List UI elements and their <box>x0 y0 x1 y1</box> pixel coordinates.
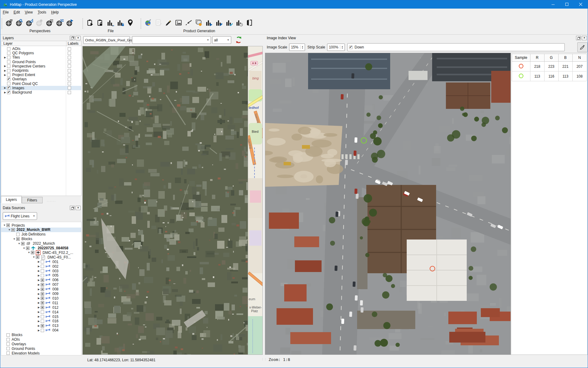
tree-item-010[interactable]: ▶010 <box>1 296 81 301</box>
expander-icon[interactable]: ▼ <box>7 228 11 231</box>
expander-icon[interactable]: ▼ <box>2 224 6 227</box>
tree-checkbox[interactable] <box>41 315 44 318</box>
tree-checkbox[interactable] <box>6 333 10 337</box>
layer-row-overlays[interactable]: Overlays <box>1 77 81 81</box>
expander-icon[interactable]: ▶ <box>3 56 7 59</box>
globe-triangle-button[interactable] <box>25 18 34 28</box>
checklist-button[interactable] <box>154 18 163 28</box>
histogram-clock-button[interactable] <box>235 18 244 28</box>
tree-item-008[interactable]: ▶008 <box>1 287 81 292</box>
tree-checkbox[interactable] <box>21 242 24 245</box>
tree-checkbox[interactable] <box>6 342 10 346</box>
tree-checkbox[interactable] <box>41 288 44 291</box>
expander-icon[interactable]: ▶ <box>37 265 41 268</box>
layer-visibility-checkbox[interactable] <box>7 60 10 63</box>
tree-item-006[interactable]: ▶006 <box>1 278 81 282</box>
tree-checkbox[interactable] <box>6 351 10 355</box>
tree-item-015[interactable]: ▶015 <box>1 314 81 319</box>
product-name-field[interactable]: Ortho_RGBN_Dark_Pixel_Gradient <box>83 36 130 44</box>
scope-dropdown[interactable]: all ▼ <box>212 36 231 44</box>
histogram-check-button[interactable] <box>224 18 234 28</box>
tree-checkbox[interactable] <box>26 247 29 250</box>
histogram-lock-button[interactable] <box>116 18 125 28</box>
tree-item-elevation-models[interactable]: Elevation Models <box>1 351 81 355</box>
layer-visibility-checkbox[interactable] <box>7 52 10 55</box>
expander-icon[interactable]: ▶ <box>37 260 41 263</box>
layer-row-perspective-centers[interactable]: ▶Perspective Centers <box>1 64 81 68</box>
image-scale-spinner[interactable]: 15% ▲▼ <box>289 44 305 51</box>
globe-grid-button[interactable] <box>45 18 54 28</box>
image-index-canvas[interactable] <box>265 53 511 355</box>
tree-checkbox[interactable] <box>41 310 44 314</box>
tree-checkbox[interactable] <box>6 224 10 227</box>
tree-checkbox[interactable] <box>6 338 10 341</box>
tree-item-20220725-084058[interactable]: ▼20220725_084058 <box>1 246 81 251</box>
minimize-button[interactable] <box>546 0 560 9</box>
marker-pen-button[interactable] <box>164 18 173 28</box>
histogram-edit-button[interactable] <box>214 18 224 28</box>
pin-check-button[interactable] <box>126 18 135 28</box>
image-frame-button[interactable] <box>174 18 183 28</box>
menu-item-file[interactable]: File <box>0 9 11 16</box>
tree-item-007[interactable]: ▶007 <box>1 282 81 287</box>
tree-item-011[interactable]: ▶011 <box>1 301 81 305</box>
data-sources-float-button[interactable] <box>70 206 75 210</box>
refresh-button[interactable] <box>234 35 243 44</box>
tree-checkbox[interactable] <box>41 269 44 273</box>
expander-icon[interactable]: ▶ <box>3 69 7 72</box>
globe-lines-button[interactable] <box>5 18 14 28</box>
tab-filters[interactable]: Filters <box>22 197 43 203</box>
tree-item-009[interactable]: ▶009 <box>1 292 81 296</box>
tree-checkbox[interactable] <box>41 301 44 305</box>
tree-item-overlays[interactable]: Overlays <box>1 342 81 346</box>
layer-visibility-checkbox[interactable] <box>7 82 10 85</box>
tree-item-job-definitions[interactable]: Job Definitions <box>1 232 81 237</box>
expander-icon[interactable]: ▼ <box>22 247 26 250</box>
expander-icon[interactable]: ▶ <box>37 270 41 272</box>
expander-icon[interactable]: ▶ <box>37 279 41 282</box>
images-gear-button[interactable] <box>194 18 203 28</box>
menu-item-tools[interactable]: Tools <box>35 9 49 16</box>
tree-item-blocks[interactable]: Blocks <box>1 333 81 337</box>
maximize-button[interactable] <box>560 0 574 9</box>
layer-labels-checkbox[interactable] <box>68 56 71 59</box>
osm-map-strip[interactable]: A 9 bing iedhof Isarring Bied Isarring e… <box>248 46 263 355</box>
tree-item-004[interactable]: ▶004 <box>1 328 81 333</box>
expander-icon[interactable]: ▶ <box>37 301 41 304</box>
tree-checkbox[interactable] <box>41 265 44 268</box>
tree-checkbox[interactable] <box>6 347 10 350</box>
histogram-dots-button[interactable] <box>106 18 115 28</box>
histogram-play-button[interactable] <box>204 18 213 28</box>
expander-icon[interactable]: ▶ <box>3 86 7 89</box>
layer-labels-checkbox[interactable] <box>68 78 71 81</box>
expander-icon[interactable]: ▶ <box>37 293 41 295</box>
layer-labels-checkbox[interactable] <box>68 69 71 72</box>
expander-icon[interactable]: ▼ <box>27 251 31 254</box>
panel-splitter-handle[interactable]: ······ <box>47 200 56 203</box>
layer-labels-checkbox[interactable] <box>68 91 71 94</box>
source-type-dropdown[interactable]: Flight Lines ▼ <box>3 212 37 220</box>
tree-checkbox[interactable] <box>41 260 44 263</box>
expander-icon[interactable]: ▼ <box>32 256 36 259</box>
layer-row-project-extent[interactable]: ▶Project Extent <box>1 73 81 77</box>
tree-checkbox[interactable] <box>41 306 44 309</box>
toolbar-grip[interactable] <box>82 18 84 29</box>
tree-item-2022-munich[interactable]: ▼2022_Munich <box>1 241 81 246</box>
tree-checkbox[interactable] <box>36 255 39 259</box>
layer-labels-checkbox[interactable] <box>68 82 71 85</box>
globe-3d-button[interactable]: 3D <box>55 18 64 28</box>
tree-checkbox[interactable] <box>41 283 44 286</box>
image-index-float-button[interactable] <box>576 36 581 40</box>
layer-labels-checkbox[interactable] <box>68 86 71 90</box>
tab-layers[interactable]: Layers <box>1 196 22 203</box>
strip-scale-spinner[interactable]: 100% ▲▼ <box>327 44 345 51</box>
expander-icon[interactable]: ▶ <box>3 74 7 76</box>
tree-item-projects[interactable]: ▼Projects <box>1 223 81 228</box>
sample-row[interactable]: 113116113108 <box>512 71 587 81</box>
toolbar-grip[interactable] <box>2 18 3 29</box>
layer-visibility-checkbox[interactable] <box>7 64 10 68</box>
layers-close-button[interactable]: ✕ <box>76 36 81 40</box>
globe-gear-button[interactable] <box>35 18 44 28</box>
layer-visibility-checkbox[interactable] <box>7 78 10 81</box>
expander-icon[interactable]: ▶ <box>37 288 41 291</box>
